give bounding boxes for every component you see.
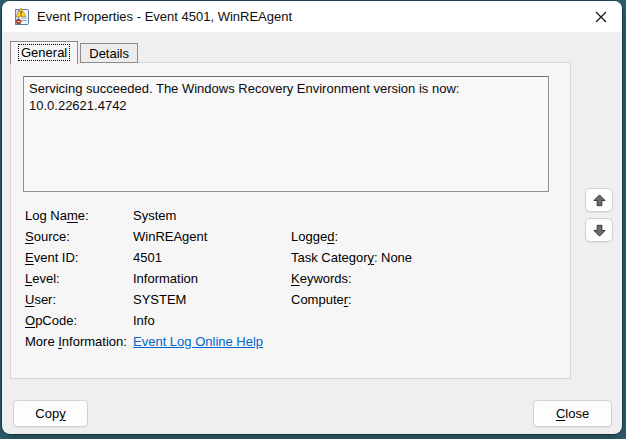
field-label-task-category: Task Category: [291,250,381,265]
field-label-user: User: [25,292,133,307]
tab-details[interactable]: Details [80,43,138,63]
window-title: Event Properties - Event 4501, WinREAgen… [37,9,292,24]
field-value-source: WinREAgent [133,229,291,244]
field-label-more-information: More Information: [25,334,133,349]
close-button[interactable]: Close [533,400,612,427]
field-value-user: SYSTEM [133,292,291,307]
field-value-task-category: None [381,250,564,265]
tab-strip: General Details [10,41,140,63]
general-tab-panel: Servicing succeeded. The Windows Recover… [10,62,571,379]
field-label-opcode: OpCode: [25,313,133,328]
field-value-event-id: 4501 [133,250,291,265]
field-label-computer: Computer: [291,292,381,307]
desktop-background: Event Properties - Event 4501, WinREAgen… [0,0,626,439]
down-arrow-icon [592,223,607,238]
field-label-event-id: Event ID: [25,250,133,265]
copy-button[interactable]: Copy [13,400,88,427]
titlebar[interactable]: Event Properties - Event 4501, WinREAgen… [2,1,622,32]
event-fields-grid: Log Name: System Source: WinREAgent Logg… [25,205,564,352]
field-value-level: Information [133,271,291,286]
field-label-level: Level: [25,271,133,286]
previous-event-button[interactable] [585,188,613,212]
close-icon [594,10,608,24]
tab-details-label: Details [89,46,129,61]
field-value-log-name: System [133,208,291,223]
event-description-box[interactable]: Servicing succeeded. The Windows Recover… [23,76,549,192]
tab-general[interactable]: General [10,41,78,64]
window-close-button[interactable] [586,3,616,30]
tab-general-label: General [19,45,69,60]
event-properties-icon [12,7,32,27]
field-label-keywords: Keywords: [291,271,381,286]
field-label-source: Source: [25,229,133,244]
up-arrow-icon [592,193,607,208]
event-log-online-help-link[interactable]: Event Log Online Help [133,334,263,349]
event-description-text: Servicing succeeded. The Windows Recover… [29,81,459,113]
field-label-logged: Logged: [291,229,381,244]
field-label-log-name: Log Name: [25,208,133,223]
next-event-button[interactable] [585,218,613,242]
event-properties-dialog: Event Properties - Event 4501, WinREAgen… [2,1,622,434]
field-value-opcode: Info [133,313,291,328]
